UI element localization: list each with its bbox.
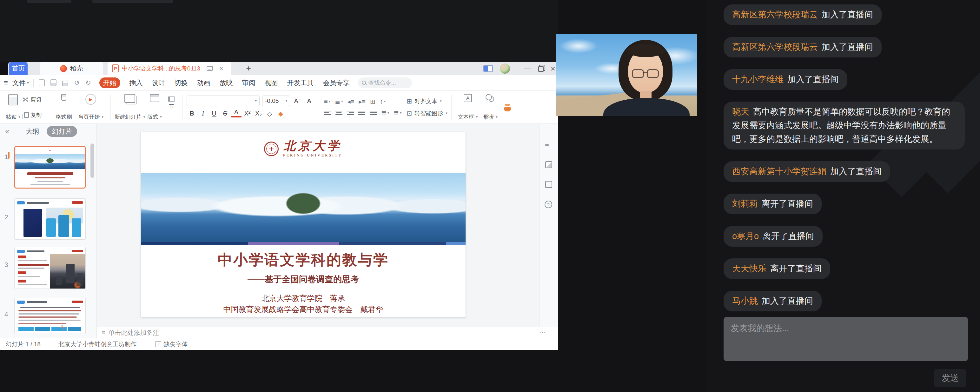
- slide-number: 3: [5, 261, 8, 269]
- redo-icon[interactable]: ↻: [85, 79, 91, 87]
- font-color-button[interactable]: A: [231, 108, 242, 118]
- help-icon[interactable]: ?: [544, 201, 552, 208]
- close-tab-icon[interactable]: ×: [219, 64, 223, 73]
- tab-slides[interactable]: 幻灯片: [47, 126, 77, 137]
- paragraph-spacing-button[interactable]: ≣▾: [393, 109, 401, 117]
- chat-message-list[interactable]: 高新区第六学校段瑞云加入了直播间 高新区第六学校段瑞云加入了直播间 十九小李维维…: [724, 5, 971, 344]
- bold-button[interactable]: B: [187, 108, 197, 119]
- ribbon-tab-animation[interactable]: 动画: [197, 78, 210, 87]
- format-painter-button[interactable]: 格式刷: [52, 94, 75, 121]
- decrease-indent-button[interactable]: ◂≡: [347, 98, 355, 105]
- thumb-logo: [72, 250, 83, 252]
- design-tools-icon[interactable]: [545, 161, 552, 168]
- notes-icon: ≡: [102, 330, 105, 336]
- ribbon-tab-membership[interactable]: 会员专享: [323, 78, 350, 87]
- new-tab-button[interactable]: +: [242, 62, 255, 75]
- object-properties-icon[interactable]: ≡: [545, 142, 549, 150]
- ribbon-tab-review[interactable]: 审阅: [242, 78, 256, 87]
- format-painter-icon: [61, 94, 66, 101]
- clipboard-panel-icon[interactable]: [545, 181, 552, 188]
- increase-font-button[interactable]: A⁺: [293, 96, 303, 106]
- strikethrough-button[interactable]: S: [220, 108, 231, 119]
- ribbon-tab-devtools[interactable]: 开发工具: [287, 78, 314, 87]
- chat-text: 加入了直播间: [788, 75, 839, 84]
- underline-button[interactable]: U: [209, 108, 219, 119]
- presenter-webcam[interactable]: [556, 34, 697, 116]
- bullet-list-button[interactable]: ≡▾: [324, 98, 330, 105]
- paste-button[interactable]: 粘贴▾: [4, 94, 22, 121]
- text-box-button[interactable]: A 文本框▾: [455, 94, 480, 121]
- slides-panel-scrollbar[interactable]: [91, 143, 94, 178]
- tab-docer[interactable]: 稻壳: [40, 62, 103, 75]
- comment-bubble-icon[interactable]: [207, 66, 213, 71]
- minimize-button[interactable]: —: [524, 65, 531, 72]
- ribbon-tab-design[interactable]: 设计: [152, 78, 165, 87]
- text-effects-button[interactable]: ◇: [264, 108, 275, 119]
- ribbon-tab-home[interactable]: 开始: [99, 77, 120, 88]
- ribbon-tab-transition[interactable]: 切换: [175, 78, 188, 87]
- layout-button[interactable]: 版式▾: [145, 94, 164, 121]
- chat-input-field[interactable]: [724, 317, 968, 361]
- ribbon-tab-slideshow[interactable]: 放映: [220, 78, 233, 87]
- font-size-combobox[interactable]: -0.05 ▾: [262, 96, 290, 106]
- italic-button[interactable]: I: [198, 108, 208, 119]
- notes-bar[interactable]: ≡ 单击此处添加备注 ⋯: [97, 327, 558, 338]
- align-text-button[interactable]: ⊞ 对齐文本▾: [407, 97, 447, 105]
- chat-input-box[interactable]: [724, 317, 968, 361]
- align-left-button[interactable]: [324, 110, 331, 116]
- smart-graphic-button[interactable]: ⊡ 转智能图形▾: [407, 110, 447, 117]
- tab-document[interactable]: P 中小学语文学科...的思考0113 ×: [108, 62, 231, 75]
- hamburger-menu-icon[interactable]: ≡: [4, 79, 8, 87]
- thumb-red-text: [18, 317, 77, 318]
- split-view-icon[interactable]: [483, 65, 493, 72]
- notes-more-icon[interactable]: ⋯: [539, 328, 546, 337]
- subscript-button[interactable]: X₂: [253, 108, 264, 119]
- ribbon-tab-insert[interactable]: 插入: [129, 78, 143, 87]
- missing-font-warning[interactable]: T 缺失字体: [155, 340, 188, 349]
- divider: [110, 95, 111, 120]
- save-icon[interactable]: [51, 80, 56, 86]
- text-direction-button[interactable]: ↕▾: [380, 98, 386, 105]
- align-right-button[interactable]: [347, 110, 354, 116]
- tab-home[interactable]: 首页: [9, 62, 28, 75]
- new-file-icon[interactable]: [39, 80, 45, 86]
- thumb-blue-bar: [35, 327, 50, 331]
- thumb-column: [46, 218, 56, 237]
- slide-thumbnail-4[interactable]: [14, 298, 86, 334]
- undo-icon[interactable]: ↺: [74, 79, 80, 87]
- copy-button[interactable]: 复制: [22, 112, 41, 119]
- line-spacing-button[interactable]: ≣▾: [381, 109, 389, 117]
- ribbon-tab-view[interactable]: 视图: [265, 78, 278, 87]
- new-slide-button[interactable]: 新建幻灯片▾: [115, 94, 145, 121]
- slide-thumbnail-1[interactable]: ●: [14, 146, 86, 188]
- user-avatar[interactable]: [500, 64, 510, 73]
- slide-thumbnail-2[interactable]: [14, 198, 86, 240]
- print-icon[interactable]: [62, 81, 68, 86]
- play-from-current-button[interactable]: ▶ 当页开始▾: [75, 94, 107, 121]
- font-family-combobox[interactable]: ▾: [187, 96, 259, 106]
- collapse-panel-icon[interactable]: «: [5, 127, 9, 136]
- shapes-button[interactable]: 形状▾: [480, 94, 501, 121]
- restore-button[interactable]: [538, 66, 544, 72]
- add-slide-button[interactable]: +: [59, 321, 65, 335]
- file-menu[interactable]: 文件: [13, 78, 26, 87]
- decrease-font-button[interactable]: A⁻: [305, 96, 316, 106]
- align-center-button[interactable]: [336, 110, 342, 116]
- increase-indent-button[interactable]: ▸≡: [359, 98, 366, 105]
- send-button[interactable]: 发送: [934, 369, 966, 387]
- borders-button[interactable]: ⊞: [370, 98, 375, 105]
- numbered-list-button[interactable]: ≣▾: [335, 98, 343, 105]
- text-highlight-button[interactable]: ◆: [275, 108, 286, 119]
- slide-thumbnail-3[interactable]: [14, 247, 86, 289]
- ai-assistant-button[interactable]: [501, 94, 514, 121]
- section-button[interactable]: 节: [164, 94, 179, 121]
- pku-logo-block: 北京大学 PEKING UNIVERSITY: [141, 140, 466, 158]
- superscript-button[interactable]: X²: [242, 108, 253, 119]
- tab-outline[interactable]: 大纲: [26, 127, 39, 136]
- justify-button[interactable]: [358, 110, 365, 116]
- close-window-button[interactable]: ×: [550, 64, 555, 73]
- distribute-button[interactable]: [370, 110, 377, 116]
- slide-canvas[interactable]: 北京大学 PEKING UNIVERSITY 中小学语文学科的教与学 ——基于全…: [141, 132, 466, 317]
- command-search-box[interactable]: 查找命令...: [358, 77, 412, 88]
- cut-button[interactable]: 剪切: [22, 96, 41, 103]
